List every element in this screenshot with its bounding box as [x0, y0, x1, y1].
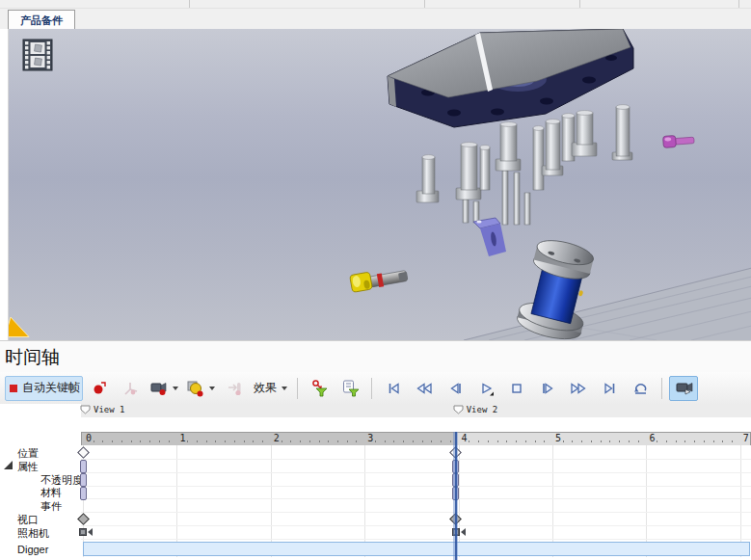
ruler-tick	[413, 440, 414, 442]
set-key-button[interactable]	[85, 376, 114, 401]
track-label-位置[interactable]: 位置	[17, 446, 39, 461]
ruler-tick	[638, 440, 639, 442]
divider	[189, 0, 190, 8]
translate-gizmo-icon	[121, 380, 139, 396]
row-separator	[81, 459, 751, 460]
ruler-tick	[102, 440, 103, 442]
camera-key-button[interactable]	[147, 376, 181, 401]
toolbar-separator	[661, 378, 662, 399]
ruler-tick	[309, 440, 310, 442]
keyframe-diamond[interactable]	[77, 446, 90, 459]
ruler-tick	[629, 440, 630, 442]
ruler-tick	[704, 440, 705, 442]
fast-forward-button[interactable]	[564, 376, 593, 401]
ruler-tick	[544, 440, 545, 442]
loop-button[interactable]	[626, 376, 655, 401]
play-button[interactable]	[471, 376, 500, 401]
track-label-属性[interactable]: 属性	[17, 460, 39, 474]
keyframe-bar[interactable]	[80, 487, 87, 500]
digger-range-band[interactable]	[83, 542, 750, 556]
ruler-tick	[722, 440, 723, 442]
ruler-tick	[657, 440, 657, 442]
ruler-tick	[131, 440, 132, 442]
tab-product-spare-parts[interactable]: 产品备件	[8, 10, 75, 30]
keyframe-bar[interactable]	[80, 460, 87, 473]
document-tab-bar: 产品备件	[0, 9, 751, 29]
time-gridline	[364, 445, 365, 557]
event-key-button[interactable]	[220, 376, 249, 401]
step-forward-icon	[540, 381, 556, 396]
track-label-事件[interactable]: 事件	[40, 499, 62, 514]
stop-icon	[509, 381, 524, 396]
ruler-tick	[393, 440, 394, 442]
time-gridline	[740, 445, 741, 557]
filter-markers-button[interactable]	[335, 376, 364, 401]
ruler-tick	[469, 440, 469, 442]
ruler-tick	[234, 440, 235, 442]
opacity-key-icon	[186, 380, 204, 397]
step-back-icon	[447, 381, 464, 396]
time-gridline	[271, 445, 272, 557]
top-plate[interactable]	[388, 29, 633, 127]
view-marker-1[interactable]: View 1	[80, 405, 125, 414]
ruler-tick	[488, 440, 489, 442]
event-key-icon	[226, 380, 243, 396]
ruler-tick	[215, 440, 216, 442]
ruler-tick	[140, 440, 141, 442]
ruler-tick	[112, 440, 113, 442]
keyframe-camera[interactable]	[79, 528, 93, 536]
ruler-tick	[609, 440, 610, 442]
ruler-tick	[225, 440, 226, 442]
step-back-button[interactable]	[441, 376, 469, 401]
yellow-shaft-assembly[interactable]	[350, 265, 409, 292]
3d-viewport[interactable]	[8, 29, 751, 340]
ruler-tick	[478, 440, 479, 442]
auto-keyframe-button[interactable]: 自动关键帧	[5, 376, 83, 401]
keyframe-diamond[interactable]	[77, 513, 90, 525]
go-to-end-button[interactable]	[595, 376, 624, 401]
go-to-start-button[interactable]	[379, 376, 408, 401]
filter-keys-button[interactable]	[305, 376, 334, 401]
ruler-tick	[431, 440, 432, 442]
translate-key-button[interactable]	[116, 376, 145, 401]
step-forward-button[interactable]	[533, 376, 562, 401]
ruler-tick	[159, 440, 160, 442]
ruler-number: 6	[649, 433, 655, 443]
stop-button[interactable]	[502, 376, 531, 401]
rewind-button[interactable]	[410, 376, 439, 401]
divider	[579, 0, 580, 8]
time-gridline	[176, 445, 177, 557]
time-ruler[interactable]: 01234567	[81, 432, 751, 446]
view-marker-2[interactable]: View 2	[453, 405, 498, 414]
opacity-key-button[interactable]	[183, 376, 218, 401]
latch-bracket[interactable]	[473, 218, 506, 256]
marker-filter-icon	[341, 379, 360, 397]
film-strip-icon[interactable]	[22, 39, 53, 71]
exploded-view-scene	[9, 29, 751, 340]
keyframe-bar[interactable]	[80, 473, 87, 487]
track-label-Digger[interactable]: Digger	[17, 544, 48, 555]
auto-keyframe-label: 自动关键帧	[22, 380, 80, 396]
effects-dropdown[interactable]: 效果	[251, 376, 290, 401]
ruler-tick	[713, 440, 714, 442]
row-separator	[81, 539, 751, 540]
play-icon	[478, 381, 495, 396]
ruler-tick	[601, 440, 602, 442]
track-label-视口[interactable]: 视口	[17, 513, 39, 527]
camera-mode-toggle[interactable]	[669, 376, 698, 401]
playhead[interactable]	[453, 432, 458, 560]
timeline-toolbar: 自动关键帧	[0, 372, 751, 404]
track-label-照相机[interactable]: 照相机	[17, 526, 49, 541]
timeline-tracks: 位置属性不透明度材料事件视口照相机Digger	[0, 445, 751, 560]
ruler-tick	[290, 440, 291, 442]
row-separator	[81, 486, 751, 487]
ruler-tick	[300, 440, 301, 442]
key-filter-icon	[310, 379, 329, 397]
expand-collapse-toggle[interactable]	[4, 461, 13, 469]
purple-screw[interactable]	[663, 134, 695, 147]
view-flag-icon	[80, 405, 91, 414]
view-flag-icon	[453, 405, 464, 414]
view-marker-label: View 2	[467, 405, 498, 414]
ruler-tick	[375, 440, 376, 442]
effects-label: 效果	[254, 380, 277, 396]
